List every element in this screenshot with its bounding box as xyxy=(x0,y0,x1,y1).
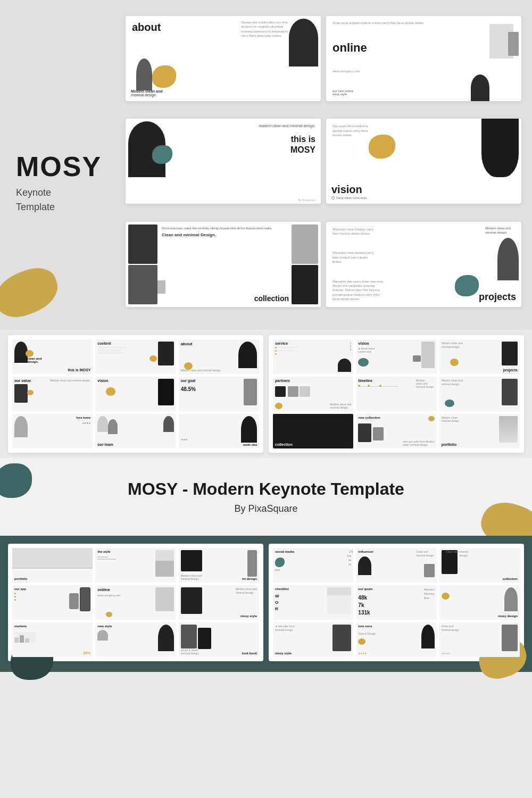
banner-title: MOSY - Modern Keynote Template xyxy=(11,479,521,499)
slide-collection: Dorm eniumes, natur lea nis fisby cileri… xyxy=(126,222,321,307)
thumb-our-goal: our goal 48.5% xyxy=(179,377,259,411)
thumb-collection-face: collection xyxy=(273,414,353,448)
slide-this-is: modern clean and minimal design. this is… xyxy=(126,119,321,204)
thumb-markets: markets 28% xyxy=(12,622,93,657)
thumb-timeline: timeline Modernclean andminimal design. xyxy=(356,377,436,411)
section-banner-wrap: MOSY - Modern Keynote Template By PixaSq… xyxy=(0,458,532,536)
thumb-group-bottom-right: social media plan 27k 14k 8k 5k influenc… xyxy=(269,544,524,661)
thumb-projects-right: projects Modern clean andminimal design. xyxy=(439,339,520,374)
thumb-look-book: look book sound & cleanminimal design. xyxy=(179,622,259,657)
thumb-influencer: influencer Clean andminimal design. xyxy=(356,548,436,583)
thumb-new-style: new style xyxy=(95,622,176,657)
thumb-our-value: our value Modern clean and minimal desig… xyxy=(12,377,93,411)
thumb-grid-bottom-left: portfolio the style its design Modern cl… xyxy=(12,548,259,657)
brand-subtitle: Keynote Template xyxy=(16,186,117,214)
thumb-group-left: modern clean andminimal design. this is … xyxy=(8,335,263,453)
slides-grid-top: about Siquam are a dolor atos uns rims d… xyxy=(126,16,521,319)
slide-vision: Daz uzam dine medremy upmed mdum carry t… xyxy=(326,119,521,204)
thumb-new-collection: new collection new spa path from Modernc… xyxy=(356,414,436,448)
blob-gold-about xyxy=(152,65,176,88)
thumb-the-style: the style xyxy=(95,548,176,583)
thumb-empty: Modern clean andminimal design. xyxy=(439,377,520,411)
thumb-lora-toms: lora toms ★★★★ xyxy=(12,414,93,448)
banner-by: By PixaSquare xyxy=(11,503,521,514)
thumb-portfolio: portfolio Modern cleanminimal design. xyxy=(439,414,520,448)
thumb-mosy-style-c: ★ new plan fromminimal design. mosy styl… xyxy=(273,622,353,657)
section-mid: modern clean andminimal design. this is … xyxy=(0,330,532,458)
thumb-social-media: social media plan 27k 14k 8k 5k xyxy=(273,548,353,583)
thumb-partners: partners Modern clean andminimal design. xyxy=(273,377,353,411)
thumb-grid-bottom-right: social media plan 27k 14k 8k 5k influenc… xyxy=(273,548,520,657)
thumb-group-bottom-left: portfolio the style its design Modern cl… xyxy=(8,544,263,661)
section-hero: MOSY Keynote Template about Siquam are a… xyxy=(0,0,532,330)
thumb-our-goals: our goals 48k 7k 131k followersfollowing… xyxy=(356,585,436,620)
thumb-this-is-mosy: modern clean andminimal design. this is … xyxy=(12,339,93,374)
thumb-tom-nora: tom nora Style & Design ★★★★ xyxy=(356,622,436,657)
thumb-mosy-design: mosy design xyxy=(439,585,520,620)
thumb-moki-oka: moki oka ★★★ xyxy=(179,414,259,448)
brand-title: MOSY xyxy=(16,153,117,180)
thumb-its-design: its design Modern clean andminimal desig… xyxy=(179,548,259,583)
slide-about: about Siquam are a dolor atos uns rims d… xyxy=(126,16,321,101)
slide-online: Dinar ruing animod onda to entoro carry … xyxy=(326,16,521,101)
thumb-collection-b: collection Clean and minimal design. xyxy=(439,548,520,583)
thumb-content: content xyxy=(95,339,176,374)
thumb-checklist: checklist W O R xyxy=(273,585,353,620)
thumb-about: about Modern clean and minimal design. xyxy=(179,339,259,374)
section-bottom: portfolio the style its design Modern cl… xyxy=(0,536,532,672)
thumb-our-app: our app xyxy=(12,585,93,620)
slide-projects: Winandor clear modum carry them facune d… xyxy=(326,222,521,307)
thumb-grid-left: modern clean andminimal design. this is … xyxy=(12,339,259,448)
thumb-mosy-style-b: mosy style Modern clean andminimal desig… xyxy=(179,585,259,620)
thumb-portfolio-b: portfolio xyxy=(12,548,93,583)
photo-person-about xyxy=(289,19,318,66)
thumb-stars-empty: Clean andminimal design. ★★★★ xyxy=(439,622,520,657)
thumb-service: service 1 2 3 xyxy=(273,339,353,374)
thumb-vision: vision xyxy=(95,377,176,411)
section-banner: MOSY - Modern Keynote Template By PixaSq… xyxy=(0,458,532,536)
thumb-group-right: service 1 2 3 vision ★ these natusLorem … xyxy=(269,335,524,453)
thumb-online-b: online www.company.com xyxy=(95,585,176,620)
thumb-our-team: our team xyxy=(95,414,176,448)
thumb-vision-right: vision ★ these natusLorem erat. xyxy=(356,339,436,374)
thumb-grid-right: service 1 2 3 vision ★ these natusLorem … xyxy=(273,339,520,448)
